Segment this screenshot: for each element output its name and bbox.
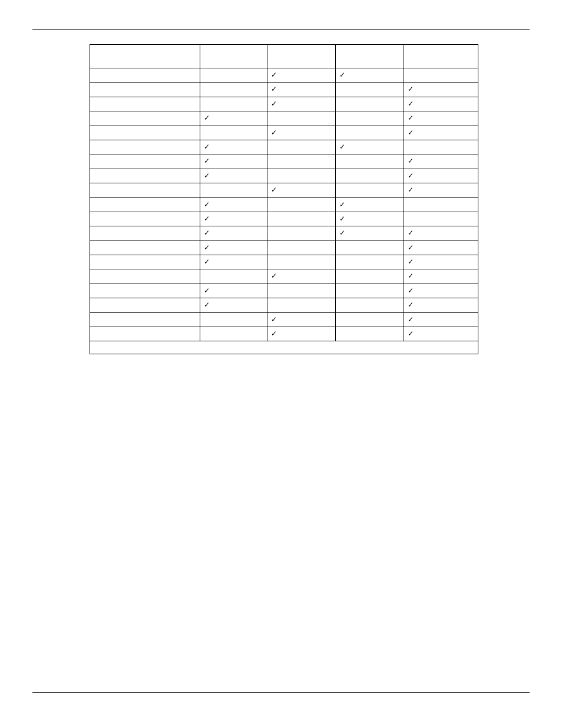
table-row: ✓✓ — [90, 111, 478, 126]
check-icon: ✓ — [204, 258, 210, 266]
table-cell: ✓ — [267, 126, 336, 140]
table-row: ✓✓ — [90, 97, 478, 111]
table-cell: ✓ — [404, 111, 478, 126]
table-row: ✓✓ — [90, 183, 478, 197]
table-cell: ✓ — [404, 183, 478, 197]
row-label — [90, 269, 200, 284]
table-cell — [335, 169, 404, 183]
table-footer — [90, 341, 478, 354]
check-icon: ✓ — [408, 229, 414, 237]
table-cell: ✓ — [404, 255, 478, 269]
check-icon: ✓ — [204, 301, 210, 309]
table-cell — [335, 269, 404, 284]
table-cell — [267, 140, 336, 154]
check-icon: ✓ — [408, 286, 414, 295]
check-icon: ✓ — [204, 172, 210, 180]
check-icon: ✓ — [339, 215, 345, 223]
table-cell: ✓ — [200, 111, 267, 126]
check-icon: ✓ — [339, 71, 345, 79]
table-head — [90, 45, 478, 68]
check-icon: ✓ — [204, 157, 210, 165]
table-cell: ✓ — [267, 327, 336, 341]
row-label — [90, 83, 200, 97]
check-icon: ✓ — [408, 85, 414, 93]
header-rule — [32, 29, 530, 30]
check-icon: ✓ — [271, 186, 277, 194]
table-cell: ✓ — [404, 83, 478, 97]
check-icon: ✓ — [339, 143, 345, 151]
table-cell — [335, 83, 404, 97]
table-cell — [267, 169, 336, 183]
check-icon: ✓ — [408, 157, 414, 165]
table-cell: ✓ — [404, 97, 478, 111]
row-label — [90, 68, 200, 83]
check-icon: ✓ — [271, 129, 277, 137]
table-cell — [267, 154, 336, 169]
table-cell: ✓ — [404, 154, 478, 169]
table-cell — [200, 312, 267, 327]
row-label — [90, 197, 200, 212]
table-cell — [267, 255, 336, 269]
table-cell — [404, 197, 478, 212]
table-cell: ✓ — [404, 226, 478, 241]
table-body: ✓✓✓✓✓✓✓✓✓✓✓✓✓✓✓✓✓✓✓✓✓✓✓✓✓✓✓✓✓✓✓✓✓✓✓✓✓✓✓ — [90, 68, 478, 341]
table-cell: ✓ — [335, 212, 404, 226]
row-label — [90, 241, 200, 255]
table-cell — [200, 126, 267, 140]
check-icon: ✓ — [408, 129, 414, 137]
check-icon: ✓ — [408, 172, 414, 180]
table-cell: ✓ — [404, 298, 478, 312]
row-label — [90, 183, 200, 197]
footer-rule — [32, 692, 530, 693]
check-icon: ✓ — [204, 114, 210, 122]
table-row: ✓✓ — [90, 140, 478, 154]
row-label — [90, 140, 200, 154]
check-icon: ✓ — [271, 315, 277, 324]
check-icon: ✓ — [204, 200, 210, 209]
check-icon: ✓ — [271, 330, 277, 338]
table-cell — [335, 111, 404, 126]
table-row: ✓✓ — [90, 154, 478, 169]
table-footer-cell — [90, 341, 478, 354]
table-cell — [200, 68, 267, 83]
table-row: ✓✓ — [90, 83, 478, 97]
table-cell — [267, 241, 336, 255]
table-cell — [335, 183, 404, 197]
col-header-2 — [267, 45, 336, 68]
row-label — [90, 312, 200, 327]
table-cell: ✓ — [200, 197, 267, 212]
table-cell: ✓ — [404, 312, 478, 327]
table-cell: ✓ — [404, 284, 478, 298]
table-cell — [200, 269, 267, 284]
table-cell — [335, 312, 404, 327]
table-cell: ✓ — [404, 169, 478, 183]
table-cell — [335, 97, 404, 111]
check-icon: ✓ — [408, 258, 414, 266]
table-cell: ✓ — [200, 212, 267, 226]
table-row: ✓✓ — [90, 169, 478, 183]
check-icon: ✓ — [339, 229, 345, 237]
table-cell — [335, 298, 404, 312]
table-cell: ✓ — [404, 241, 478, 255]
check-icon: ✓ — [204, 286, 210, 295]
table-row: ✓✓ — [90, 312, 478, 327]
table-row: ✓✓ — [90, 298, 478, 312]
table-cell: ✓ — [335, 68, 404, 83]
check-icon: ✓ — [408, 100, 414, 108]
table-cell: ✓ — [404, 327, 478, 341]
table-footer-row — [90, 341, 478, 354]
check-icon: ✓ — [271, 71, 277, 79]
check-icon: ✓ — [408, 272, 414, 280]
table-cell: ✓ — [335, 140, 404, 154]
check-icon: ✓ — [204, 243, 210, 252]
table-cell — [335, 255, 404, 269]
col-header-3 — [335, 45, 404, 68]
check-icon: ✓ — [204, 229, 210, 237]
checkmark-table: ✓✓✓✓✓✓✓✓✓✓✓✓✓✓✓✓✓✓✓✓✓✓✓✓✓✓✓✓✓✓✓✓✓✓✓✓✓✓✓ — [90, 44, 478, 354]
table-row: ✓✓ — [90, 327, 478, 341]
table-cell: ✓ — [200, 154, 267, 169]
row-label — [90, 284, 200, 298]
table-cell — [404, 140, 478, 154]
col-header-0 — [90, 45, 200, 68]
table-row: ✓✓ — [90, 255, 478, 269]
